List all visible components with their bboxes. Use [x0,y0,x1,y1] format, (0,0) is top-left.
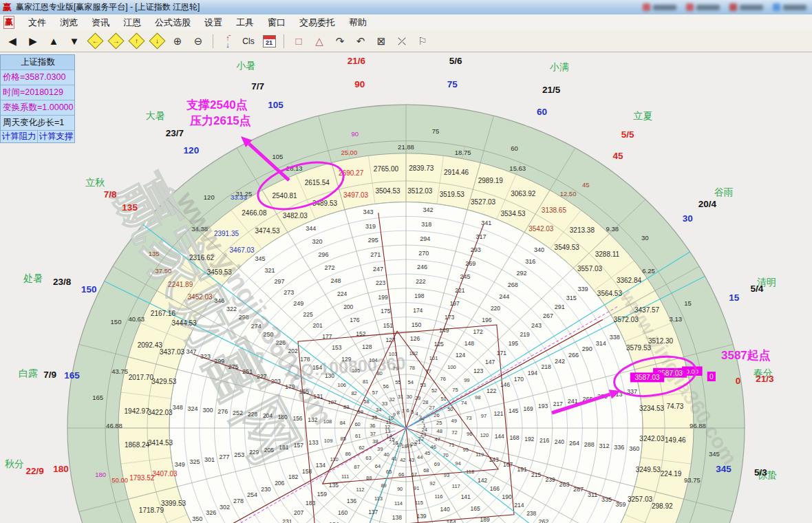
spiral-number: 57 [372,389,378,396]
whiteboard-icon[interactable]: ⚐ [413,32,432,50]
spiral-number: 128 [362,343,372,350]
param-row-0: 价格=3587.0300 [1,70,74,85]
solar-term-立秋: 立秋 [85,177,105,188]
spiral-number: 242 [555,358,565,365]
titlebar-link[interactable] [773,3,806,11]
menu-item-设置[interactable]: 设置 [197,15,229,30]
menu-item-工具[interactable]: 工具 [229,15,261,30]
price-ring1-number: 2914.46 [444,169,469,176]
percent-ring-number: 93.75 [684,476,701,484]
spiral-number: 315 [566,295,577,301]
spiral-number: 54 [408,379,414,385]
menu-item-浏览[interactable]: 浏览 [53,15,85,30]
menu-item-交易委托[interactable]: 交易委托 [292,15,342,30]
spiral-number: 58 [363,398,369,405]
spiral-number: 182 [288,473,298,480]
spiral-number: 247 [373,266,383,273]
spiral-number: 38 [372,438,378,445]
spiral-number: 318 [421,221,431,228]
start-point-label: 3587起点 [721,349,771,362]
rim-degree-15: 15 [729,292,740,303]
cls-button[interactable]: Cls [239,32,258,50]
toolbar-separator [213,34,213,48]
titlebar-blurred-links[interactable] [643,3,806,11]
spiral-number: 271 [370,251,381,258]
button-计算阻力[interactable]: 计算阻力 [1,131,38,142]
nav-forward-icon[interactable]: ▶ [23,32,43,50]
spiral-number: 148 [464,340,474,347]
spiral-number: 295 [368,237,378,244]
titlebar-link-text [653,5,676,10]
spiral-number: 52 [431,387,437,394]
menu-item-窗口[interactable]: 窗口 [261,15,292,30]
rotate-cw-icon[interactable]: ↷ [330,32,350,50]
nav-down-icon[interactable]: ▼ [65,32,84,50]
term-date-7/7: 7/7 [251,81,264,92]
triangle-tool-icon[interactable]: △ [310,32,329,50]
nav-back-icon[interactable]: ◀ [3,32,22,50]
spiral-number: 86 [345,451,351,457]
zoom-out-icon[interactable]: ⊖ [189,32,208,50]
shift-left-icon[interactable]: ← [85,32,105,50]
menu-item-江恩[interactable]: 江恩 [116,15,148,30]
fit-screen-icon[interactable]: ⤫ [392,32,412,50]
menu-item-资讯[interactable]: 资讯 [85,15,116,30]
menu-item-文件[interactable]: 文件 [21,15,53,30]
nav-up-icon[interactable]: ▲ [44,32,63,50]
menu-item-公式选股[interactable]: 公式选股 [148,15,197,30]
zoom-in-icon[interactable]: ⊕ [168,32,187,50]
degree-ring-number: 90 [351,130,359,138]
spiral-number: 118 [466,469,474,475]
spiral-number: 29 [415,395,420,401]
price-ring2-number: 3519.53 [440,191,465,198]
spiral-number: 147 [485,359,495,365]
spiral-number: 94 [455,460,460,467]
spiral-number: 72 [451,429,457,436]
spiral-number: 35 [372,414,377,420]
menu-item-帮助[interactable]: 帮助 [342,15,374,30]
percent-ring-number: 15.63 [509,164,526,172]
spiral-number: 169 [524,405,533,412]
percent-ring-number: 37.50 [156,267,172,275]
spiral-number: 290 [582,345,592,352]
spiral-number: 225 [303,311,313,318]
percent-ring-number: 43.75 [111,367,128,375]
param-row-1: 时间=20180129 [1,85,74,100]
spiral-number: 191 [517,466,527,473]
shift-up-icon[interactable]: ↑ [127,32,146,50]
spiral-number: 195 [509,340,518,347]
updown-marker-icon[interactable]: ↑̄↓ [218,32,237,50]
rotate-ccw-icon[interactable]: ↶ [351,32,370,50]
spiral-number: 278 [233,498,244,504]
price-ring1-number: 1868.24 [125,441,150,449]
spiral-number: 25 [436,420,442,426]
term-date-5/6: 5/6 [449,56,462,66]
spiral-number: 77 [425,368,431,374]
shift-down-icon[interactable]: ↓ [147,32,167,50]
titlebar-link[interactable] [686,3,720,11]
rim-degree-165: 165 [64,370,80,381]
gann-wheel-chart[interactable]: 赢家财富网12345678910111213141516171819202122… [0,0,812,523]
price-ring1-number: 1942.97 [125,407,150,415]
degree-ring-number: 180 [95,471,106,478]
shift-right-icon[interactable]: → [106,32,125,50]
spiral-number: 339 [578,286,588,292]
calendar-icon[interactable]: 21 [259,32,279,50]
button-计算支撑[interactable]: 计算支撑 [38,131,74,142]
titlebar-link[interactable] [643,3,676,11]
term-date-21/6: 21/6 [348,56,366,66]
spiral-number: 240 [555,438,564,445]
square-tool-icon[interactable]: □ [289,32,308,50]
solar-term-秋分: 秋分 [5,458,24,469]
calendar-glyph: 21 [263,35,276,47]
spiral-number: 111 [341,473,349,480]
delete-box-icon[interactable]: ⊠ [372,32,391,50]
spiral-number: 8 [397,409,400,416]
spiral-number: 323 [200,353,211,360]
degree-ring-number: 30 [641,234,649,242]
rim-degree-0: 0 [736,376,741,386]
spiral-number: 220 [491,305,500,312]
titlebar-link[interactable] [729,3,763,11]
price-ring1-number: 3063.92 [511,190,536,198]
spiral-number: 64 [375,463,381,469]
